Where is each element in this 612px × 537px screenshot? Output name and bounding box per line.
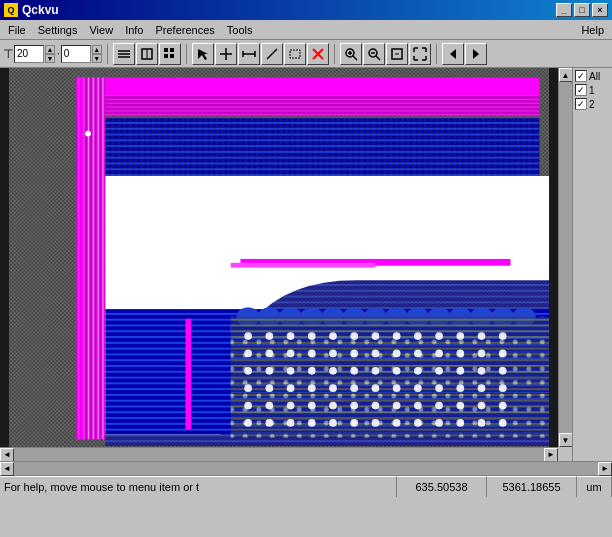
layer-label-1: 1: [589, 85, 595, 96]
scroll-h-track[interactable]: [14, 448, 544, 461]
tb-btn-zoom-fit[interactable]: [386, 43, 408, 65]
filter-value1[interactable]: [14, 45, 44, 63]
menu-help[interactable]: Help: [575, 22, 610, 38]
svg-point-139: [499, 384, 507, 392]
svg-point-105: [329, 350, 337, 358]
title-bar-buttons: _ □ ×: [556, 3, 608, 17]
status-bar: For help, move mouse to menu item or t 6…: [0, 475, 612, 497]
svg-point-88: [244, 332, 252, 340]
layer-checkbox-2[interactable]: ✓: [575, 98, 587, 110]
svg-rect-63: [76, 118, 539, 176]
svg-point-110: [435, 350, 443, 358]
svg-point-101: [244, 350, 252, 358]
menu-tools[interactable]: Tools: [221, 22, 259, 38]
svg-rect-5: [164, 48, 168, 52]
tb-btn-diagonal[interactable]: [261, 43, 283, 65]
canvas-area: ▲ ▼ ◄ ►: [0, 68, 572, 461]
status-coord-x: 635.50538: [397, 476, 487, 497]
bottom-scroll-right[interactable]: ►: [598, 462, 612, 476]
tb-btn-dotted-rect[interactable]: [284, 43, 306, 65]
svg-point-93: [350, 332, 358, 340]
tb-btn-x-mark[interactable]: [307, 43, 329, 65]
menu-settings[interactable]: Settings: [32, 22, 84, 38]
filter-spin1-up[interactable]: ▲: [45, 45, 55, 54]
filter-spin1-down[interactable]: ▼: [45, 54, 55, 63]
menu-preferences[interactable]: Preferences: [150, 22, 221, 38]
svg-point-123: [435, 367, 443, 375]
title-bar: Q Qckvu _ □ ×: [0, 0, 612, 20]
app-icon: Q: [4, 3, 18, 17]
svg-point-104: [308, 350, 316, 358]
bottom-scroll-left[interactable]: ◄: [0, 462, 14, 476]
tb-btn-forward[interactable]: [465, 43, 487, 65]
close-button[interactable]: ×: [592, 3, 608, 17]
tb-btn-back[interactable]: [442, 43, 464, 65]
menu-info[interactable]: Info: [119, 22, 149, 38]
toolbar-sep3: [334, 44, 335, 64]
scroll-up-button[interactable]: ▲: [559, 68, 573, 82]
svg-point-161: [414, 419, 422, 427]
menu-view[interactable]: View: [83, 22, 119, 38]
toolbar-sep1: [107, 44, 108, 64]
tb-btn-select[interactable]: [136, 43, 158, 65]
layer-item-all: ✓ All: [575, 70, 610, 82]
toolbar-sep4: [436, 44, 437, 64]
maximize-button[interactable]: □: [574, 3, 590, 17]
tb-btn-grid[interactable]: [159, 43, 181, 65]
svg-point-141: [265, 402, 273, 410]
tb-btn-arrow[interactable]: [192, 43, 214, 65]
tb-btn-measure[interactable]: [238, 43, 260, 65]
toolbar-group4: [442, 43, 487, 65]
tb-btn-lines[interactable]: [113, 43, 135, 65]
toolbar-sep2: [186, 44, 187, 64]
coord-x-value: 635.50538: [416, 481, 468, 493]
svg-point-140: [244, 402, 252, 410]
svg-point-132: [350, 384, 358, 392]
svg-rect-166: [185, 319, 191, 430]
scroll-v-track[interactable]: [559, 82, 572, 433]
svg-point-99: [478, 332, 486, 340]
minimize-button[interactable]: _: [556, 3, 572, 17]
tb-btn-zoom-full[interactable]: [409, 43, 431, 65]
svg-point-131: [329, 384, 337, 392]
svg-line-15: [267, 49, 277, 59]
svg-point-164: [478, 419, 486, 427]
svg-point-137: [456, 384, 464, 392]
scroll-left-button[interactable]: ◄: [0, 448, 14, 462]
status-coord-y: 5361.18655: [487, 476, 577, 497]
svg-point-152: [499, 402, 507, 410]
svg-point-146: [372, 402, 380, 410]
menu-file[interactable]: File: [2, 22, 32, 38]
svg-rect-69: [231, 263, 376, 268]
svg-point-107: [372, 350, 380, 358]
svg-point-100: [499, 332, 507, 340]
svg-point-129: [287, 384, 295, 392]
layout-view[interactable]: [0, 68, 558, 447]
svg-point-124: [456, 367, 464, 375]
svg-point-165: [499, 419, 507, 427]
filter-spin2-up[interactable]: ▲: [92, 45, 102, 54]
svg-point-138: [478, 384, 486, 392]
svg-point-92: [329, 332, 337, 340]
tb-btn-cross[interactable]: [215, 43, 237, 65]
svg-point-157: [329, 419, 337, 427]
scroll-right-button[interactable]: ►: [544, 448, 558, 462]
svg-point-121: [393, 367, 401, 375]
svg-point-153: [244, 419, 252, 427]
svg-point-143: [308, 402, 316, 410]
svg-point-96: [414, 332, 422, 340]
tb-btn-zoom-out[interactable]: [363, 43, 385, 65]
filter-spin2-down[interactable]: ▼: [92, 54, 102, 63]
bottom-scroll-track[interactable]: [14, 462, 598, 475]
svg-point-133: [372, 384, 380, 392]
scroll-down-button[interactable]: ▼: [559, 433, 573, 447]
svg-point-117: [308, 367, 316, 375]
svg-point-155: [287, 419, 295, 427]
svg-point-112: [478, 350, 486, 358]
dot-group: · ▲ ▼: [57, 45, 102, 63]
tb-btn-zoom-in[interactable]: [340, 43, 362, 65]
svg-rect-61: [76, 78, 539, 95]
filter-value2[interactable]: [61, 45, 91, 63]
layer-checkbox-all[interactable]: ✓: [575, 70, 587, 82]
layer-checkbox-1[interactable]: ✓: [575, 84, 587, 96]
